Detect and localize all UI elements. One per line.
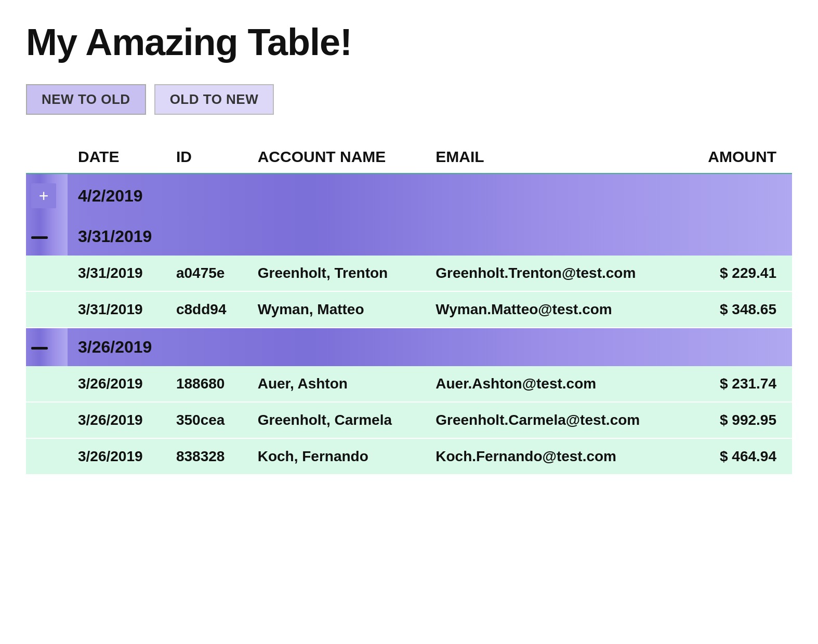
row-email: Greenholt.Carmela@test.com	[425, 402, 683, 438]
group-date-label: 3/26/2019	[68, 328, 792, 366]
col-header-account-name: ACCOUNT NAME	[247, 141, 426, 173]
group-date-label: 3/31/2019	[68, 218, 792, 256]
row-account-name: Wyman, Matteo	[247, 291, 426, 328]
row-email: Koch.Fernando@test.com	[425, 438, 683, 475]
page-title: My Amazing Table!	[26, 21, 792, 63]
row-date: 3/26/2019	[68, 366, 166, 402]
minus-icon	[31, 236, 48, 239]
row-email: Auer.Ashton@test.com	[425, 366, 683, 402]
table-header-row: DATE ID ACCOUNT NAME EMAIL AMOUNT	[26, 141, 792, 173]
row-id: c8dd94	[166, 291, 247, 328]
group-header-row: 3/31/2019	[26, 218, 792, 256]
row-amount: $ 348.65	[683, 291, 792, 328]
row-amount: $ 231.74	[683, 366, 792, 402]
sort-old-to-new-button[interactable]: OLD TO NEW	[154, 84, 274, 115]
row-date: 3/26/2019	[68, 438, 166, 475]
group-header-row: +4/2/2019	[26, 173, 792, 218]
col-header-email: EMAIL	[425, 141, 683, 173]
col-header-date: DATE	[68, 141, 166, 173]
table-row: 3/26/2019838328Koch, FernandoKoch.Fernan…	[26, 438, 792, 475]
row-date: 3/31/2019	[68, 291, 166, 328]
row-amount: $ 992.95	[683, 402, 792, 438]
row-email: Greenholt.Trenton@test.com	[425, 256, 683, 291]
table-row: 3/26/2019350ceaGreenholt, CarmelaGreenho…	[26, 402, 792, 438]
row-id: 188680	[166, 366, 247, 402]
collapse-group-button[interactable]	[26, 218, 68, 256]
sort-new-to-old-button[interactable]: NEW TO OLD	[26, 84, 146, 115]
row-toggle-cell	[26, 438, 68, 475]
row-account-name: Auer, Ashton	[247, 366, 426, 402]
row-toggle-cell	[26, 366, 68, 402]
row-toggle-cell	[26, 291, 68, 328]
main-table: DATE ID ACCOUNT NAME EMAIL AMOUNT +4/2/2…	[26, 141, 792, 475]
col-header-amount: AMOUNT	[683, 141, 792, 173]
row-date: 3/31/2019	[68, 256, 166, 291]
row-account-name: Greenholt, Carmela	[247, 402, 426, 438]
row-id: a0475e	[166, 256, 247, 291]
row-id: 350cea	[166, 402, 247, 438]
sort-buttons-container: NEW TO OLD OLD TO NEW	[26, 84, 792, 115]
row-id: 838328	[166, 438, 247, 475]
group-header-row: 3/26/2019	[26, 328, 792, 366]
collapse-group-button[interactable]	[26, 328, 68, 366]
row-amount: $ 464.94	[683, 438, 792, 475]
row-account-name: Koch, Fernando	[247, 438, 426, 475]
table-row: 3/31/2019c8dd94Wyman, MatteoWyman.Matteo…	[26, 291, 792, 328]
row-account-name: Greenholt, Trenton	[247, 256, 426, 291]
table-row: 3/26/2019188680Auer, AshtonAuer.Ashton@t…	[26, 366, 792, 402]
col-header-id: ID	[166, 141, 247, 173]
minus-icon	[31, 347, 48, 350]
row-email: Wyman.Matteo@test.com	[425, 291, 683, 328]
row-date: 3/26/2019	[68, 402, 166, 438]
group-date-label: 4/2/2019	[68, 173, 792, 218]
row-toggle-cell	[26, 256, 68, 291]
row-toggle-cell	[26, 402, 68, 438]
table-row: 3/31/2019a0475eGreenholt, TrentonGreenho…	[26, 256, 792, 291]
row-amount: $ 229.41	[683, 256, 792, 291]
col-header-toggle	[26, 141, 68, 173]
plus-icon[interactable]: +	[31, 183, 56, 208]
expand-group-button[interactable]: +	[26, 173, 68, 218]
